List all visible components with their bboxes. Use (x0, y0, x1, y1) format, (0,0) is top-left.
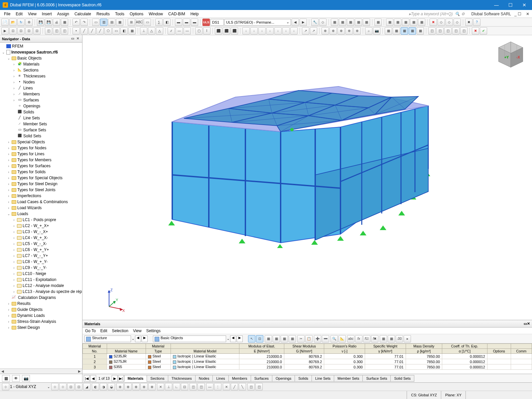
st-y[interactable]: ╲ (239, 383, 246, 390)
tree-steel-design[interactable]: ›Steel Design (0, 325, 82, 331)
t2-d[interactable]: ⊡ (33, 27, 41, 35)
t2-ao[interactable]: ▦ (385, 27, 392, 35)
ds-combo[interactable]: DS1 (210, 19, 224, 26)
mt-q[interactable]: ▦ (380, 335, 387, 342)
mt-b[interactable]: ⊡ (256, 335, 263, 342)
t2-aj[interactable]: ⊕ (337, 27, 345, 35)
t2-q[interactable]: ⫽ (168, 27, 175, 35)
tool-q[interactable]: ▦ (418, 19, 425, 26)
tab-prev[interactable]: ◀ (90, 375, 96, 382)
tree-lc7-w-y-[interactable]: ›LC7 - W_-_Y+ (0, 253, 82, 259)
3d-viewport[interactable]: +Y -X (82, 35, 532, 320)
menu-assign[interactable]: Assign (55, 12, 72, 16)
t2-r[interactable]: — (176, 27, 183, 35)
tree-thicknesses[interactable]: ›≡Thicknesses (0, 73, 82, 79)
tool-r[interactable]: ✖ (430, 19, 437, 26)
navigator-undock-button[interactable]: ▭ (70, 37, 75, 41)
t2-u[interactable]: I (203, 27, 210, 35)
mat-menu-view[interactable]: View (133, 329, 142, 333)
tree-stress-strain-analysis[interactable]: ›Stress-Strain Analysis (0, 319, 82, 325)
redo-button[interactable]: ↷ (80, 19, 88, 26)
mt-l[interactable]: 📐 (338, 335, 346, 342)
mt-k[interactable]: 🔍 (331, 335, 338, 342)
tree-dynamic-loads[interactable]: ›Dynamic Loads (0, 313, 82, 319)
tree-load-wizards[interactable]: ›Load Wizards (0, 205, 82, 211)
menu-view[interactable]: View (25, 12, 39, 16)
tree-results[interactable]: ›Results (0, 301, 82, 307)
mt-j[interactable]: ➖ (322, 335, 329, 342)
tree-calculation-diagrams[interactable]: 📈Calculation Diagrams (0, 295, 82, 301)
tab-members[interactable]: Members (228, 375, 251, 382)
tree-lc13-analyse-du-spectre-de-r-p[interactable]: ›LC13 - Analyse du spectre de rép (0, 289, 82, 295)
tool-c[interactable]: ▭ (144, 19, 151, 26)
minimize-button[interactable]: — (491, 2, 501, 8)
t2-p[interactable]: △ (156, 27, 163, 35)
t2-ax[interactable]: ◫ (460, 27, 467, 35)
t2-ac[interactable]: ↓ (274, 27, 282, 35)
t2-ae[interactable]: ↓ (290, 27, 298, 35)
t2-ay[interactable]: ✖ (472, 27, 479, 35)
st-v[interactable]: ⋮ (214, 383, 221, 390)
nav-camera-tab[interactable]: 📷 (22, 375, 30, 382)
tree-types-for-lines[interactable]: ›Types for Lines (0, 151, 82, 157)
tree-loads[interactable]: ⌄Loads (0, 211, 82, 217)
tab-line-sets[interactable]: Line Sets (312, 375, 334, 382)
view4-button[interactable]: ▦ (116, 19, 123, 26)
tree-types-for-nodes[interactable]: ›Types for Nodes (0, 145, 82, 151)
mt-c[interactable]: ▦ (265, 335, 272, 342)
t2-s[interactable]: — (184, 27, 191, 35)
tool-g[interactable]: ▦ (331, 19, 338, 26)
tree-nodes[interactable]: ›•Nodes (0, 79, 82, 85)
tree-guide-objects[interactable]: ›Guide Objects (0, 307, 82, 313)
mt-m[interactable]: abc (347, 335, 354, 342)
t2-ap[interactable]: ▦ (393, 27, 400, 35)
tree-lc9-w-y-[interactable]: ›LC9 - W_-_Y- (0, 265, 82, 271)
menu-window[interactable]: Window (146, 12, 166, 16)
st-n[interactable]: ⊕ (148, 383, 156, 390)
t2-an[interactable]: 📷 (373, 27, 380, 35)
tool-m[interactable]: ▦ (386, 19, 393, 26)
navigator-close-button[interactable]: ✕ (75, 37, 80, 41)
tool-i[interactable]: ▦ (347, 19, 354, 26)
t2-v[interactable]: ⬛ (215, 27, 222, 35)
tree-lines[interactable]: ›╱Lines (0, 85, 82, 91)
tab-solids[interactable]: Solids (295, 375, 312, 382)
menu-edit[interactable]: Edit (13, 12, 25, 16)
t2-f[interactable]: ◫ (53, 27, 60, 35)
tool-h[interactable]: ▦ (339, 19, 346, 26)
lc-button[interactable]: ▬ (175, 19, 182, 26)
t2-g[interactable]: ◫ (61, 27, 68, 35)
tree-openings[interactable]: ○Openings (0, 103, 82, 109)
st-s[interactable]: ◫ (190, 383, 197, 390)
t2-m[interactable]: ▦ (128, 27, 136, 35)
tree-lc6-w-y-[interactable]: ›LC6 - W_+_Y+ (0, 247, 82, 253)
tree-sections[interactable]: ›📐Sections (0, 67, 82, 73)
tree-basic-objects[interactable]: ⌄Basic Objects (0, 55, 82, 61)
help-button[interactable]: ? (473, 19, 480, 26)
tree-lc8-w-y-[interactable]: ›LC8 - W_+_Y- (0, 259, 82, 265)
tree-lc3-w-x-[interactable]: ›LC3 - W_-_X+ (0, 229, 82, 235)
open-button[interactable]: 📂 (9, 19, 17, 26)
tree-types-for-solids[interactable]: ›Types for Solids (0, 169, 82, 175)
tree-load-cases-combinations[interactable]: ›Load Cases & Combinations (0, 199, 82, 205)
tool-v[interactable]: ✖ (465, 19, 472, 26)
t2-a[interactable]: ⊡ (9, 27, 17, 35)
tool-s[interactable]: ◇ (438, 19, 445, 26)
st-u[interactable]: — (206, 383, 213, 390)
nav-prev2[interactable]: ◀ (230, 335, 236, 342)
tab-first[interactable]: |◀ (84, 375, 90, 382)
t2-aw[interactable]: ◫ (452, 27, 460, 35)
tool-u[interactable]: ◇ (454, 19, 461, 26)
line-button[interactable]: ╱ (80, 27, 88, 35)
tab-member-sets[interactable]: Member Sets (334, 375, 363, 382)
tree-member-sets[interactable]: ⟋Member Sets (0, 121, 82, 127)
mt-d[interactable]: ▦ (273, 335, 280, 342)
mat-menu-settings[interactable]: Settings (146, 329, 161, 333)
mt-f[interactable]: ▦ (289, 335, 296, 342)
mt-r[interactable]: ▦ (388, 335, 395, 342)
st-d[interactable]: ⊡ (67, 383, 74, 390)
st-p[interactable]: ⊥ (165, 383, 172, 390)
tree-imperfections[interactable]: ›Imperfections (0, 193, 82, 199)
t2-ad[interactable]: ↓ (282, 27, 290, 35)
t2-ag[interactable]: ↗ (310, 27, 317, 35)
